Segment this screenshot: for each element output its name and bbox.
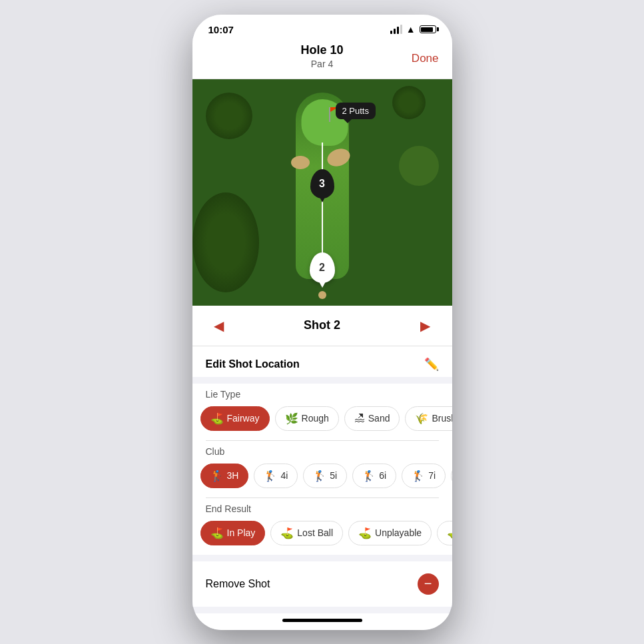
rough-right bbox=[399, 146, 439, 186]
fairway-icon: ⛳ bbox=[210, 412, 224, 425]
club-5i-icon: 🏌 bbox=[313, 470, 326, 482]
trees-top-left bbox=[206, 93, 252, 139]
content-area: Edit Shot Location ✏️ Lie Type ⛳ Fairway… bbox=[192, 346, 452, 607]
end-result-label: End Result bbox=[192, 498, 452, 517]
club-6i-label: 6i bbox=[379, 470, 386, 481]
next-shot-button[interactable]: ▶ bbox=[415, 315, 436, 336]
sand-label: Sand bbox=[368, 413, 390, 424]
putt-tooltip: 2 Putts bbox=[336, 103, 376, 119]
home-bar bbox=[282, 619, 362, 622]
edit-shot-section: Edit Shot Location ✏️ bbox=[192, 346, 452, 377]
result-unplayable-chip[interactable]: ⛳ Unplayable bbox=[348, 521, 432, 545]
club-3h-icon: 🏌 bbox=[210, 470, 224, 482]
club-8i-chip[interactable]: 🏌 8i bbox=[451, 464, 452, 488]
lie-sand-chip[interactable]: 🏖 Sand bbox=[344, 406, 400, 431]
club-4i-label: 4i bbox=[280, 470, 288, 481]
lie-brush-chip[interactable]: 🌾 Brush bbox=[405, 406, 452, 431]
header: Hole 10 Par 4 Done bbox=[192, 39, 452, 79]
rough-label: Rough bbox=[302, 413, 329, 424]
shot-nav-title: Shot 2 bbox=[304, 318, 340, 332]
done-button[interactable]: Done bbox=[412, 52, 439, 65]
remove-shot-button[interactable]: − bbox=[418, 573, 439, 595]
unplayable-icon: ⛳ bbox=[358, 527, 372, 539]
club-5i-label: 5i bbox=[330, 470, 337, 481]
lie-fairway-chip[interactable]: ⛳ Fairway bbox=[200, 406, 270, 431]
club-7i-label: 7i bbox=[428, 470, 436, 481]
result-inplay-chip[interactable]: ⛳ In Play bbox=[200, 521, 266, 545]
lie-type-section: Lie Type ⛳ Fairway 🌿 Rough 🏖 Sand 🌾 Brus… bbox=[192, 384, 452, 555]
lie-type-label: Lie Type bbox=[192, 384, 452, 402]
club-chips: 🏌 3H 🏌 4i 🏌 5i 🏌 6i 🏌 7i bbox=[192, 460, 452, 497]
club-6i-icon: 🏌 bbox=[362, 470, 376, 482]
hole-title: Hole 10 bbox=[206, 43, 439, 57]
shot-3-marker[interactable]: 3 bbox=[310, 169, 334, 198]
club-7i-icon: 🏌 bbox=[412, 470, 425, 482]
remove-shot-title: Remove Shot bbox=[206, 578, 270, 590]
inplay-icon: ⛳ bbox=[210, 527, 224, 539]
out-icon: ⛳ bbox=[447, 527, 452, 539]
flag-pole bbox=[329, 107, 330, 122]
club-7i-chip[interactable]: 🏌 7i bbox=[402, 464, 446, 488]
sand-bunker-2 bbox=[291, 156, 310, 169]
shot-2-marker[interactable]: 2 bbox=[310, 252, 335, 283]
club-4i-icon: 🏌 bbox=[264, 470, 277, 482]
lostball-icon: ⛳ bbox=[280, 527, 294, 539]
result-lostball-chip[interactable]: ⛳ Lost Ball bbox=[270, 521, 343, 545]
shot-2-number: 2 bbox=[319, 262, 325, 274]
trees-bottom-left bbox=[192, 192, 259, 292]
shot-3-number: 3 bbox=[319, 178, 325, 190]
lie-rough-chip[interactable]: 🌿 Rough bbox=[275, 406, 339, 431]
trees-top-right bbox=[392, 86, 426, 119]
brush-label: Brush bbox=[432, 413, 452, 424]
battery-icon bbox=[420, 25, 436, 33]
club-3h-chip[interactable]: 🏌 3H bbox=[200, 464, 249, 488]
club-5i-chip[interactable]: 🏌 5i bbox=[303, 464, 347, 488]
club-label: Club bbox=[192, 441, 452, 460]
remove-shot-section: Remove Shot − bbox=[192, 561, 452, 607]
edit-shot-header: Edit Shot Location ✏️ bbox=[192, 346, 452, 377]
lie-type-chips: ⛳ Fairway 🌿 Rough 🏖 Sand 🌾 Brush bbox=[192, 402, 452, 440]
club-3h-label: 3H bbox=[227, 470, 239, 481]
phone-frame: 10:07 ▲ Hole 10 Par 4 Done bbox=[192, 15, 452, 630]
edit-pencil-icon[interactable]: ✏️ bbox=[424, 357, 439, 372]
lostball-label: Lost Ball bbox=[297, 527, 333, 538]
home-indicator bbox=[192, 613, 452, 630]
result-out-chip[interactable]: ⛳ Out bbox=[437, 521, 452, 545]
edit-shot-title: Edit Shot Location bbox=[206, 358, 300, 370]
start-dot bbox=[318, 291, 326, 299]
end-result-chips: ⛳ In Play ⛳ Lost Ball ⛳ Unplayable ⛳ Out bbox=[192, 517, 452, 555]
minus-icon: − bbox=[424, 577, 432, 590]
course-map[interactable]: 2 Putts 3 2 bbox=[192, 79, 452, 306]
rough-icon: 🌿 bbox=[285, 412, 298, 425]
club-4i-chip[interactable]: 🏌 4i bbox=[254, 464, 298, 488]
unplayable-label: Unplayable bbox=[375, 527, 422, 538]
inplay-label: In Play bbox=[227, 527, 256, 538]
brush-icon: 🌾 bbox=[415, 412, 428, 425]
shot-navigation: ◀ Shot 2 ▶ bbox=[192, 306, 452, 346]
par-subtitle: Par 4 bbox=[206, 59, 439, 69]
status-time: 10:07 bbox=[208, 24, 234, 35]
status-bar: 10:07 ▲ bbox=[192, 15, 452, 39]
signal-icon bbox=[390, 25, 402, 34]
sand-icon: 🏖 bbox=[354, 412, 365, 424]
flag bbox=[329, 107, 330, 122]
status-icons: ▲ bbox=[390, 24, 436, 35]
club-6i-chip[interactable]: 🏌 6i bbox=[352, 464, 396, 488]
prev-shot-button[interactable]: ◀ bbox=[208, 315, 229, 336]
fairway-label: Fairway bbox=[227, 413, 260, 424]
wifi-icon: ▲ bbox=[406, 24, 416, 35]
